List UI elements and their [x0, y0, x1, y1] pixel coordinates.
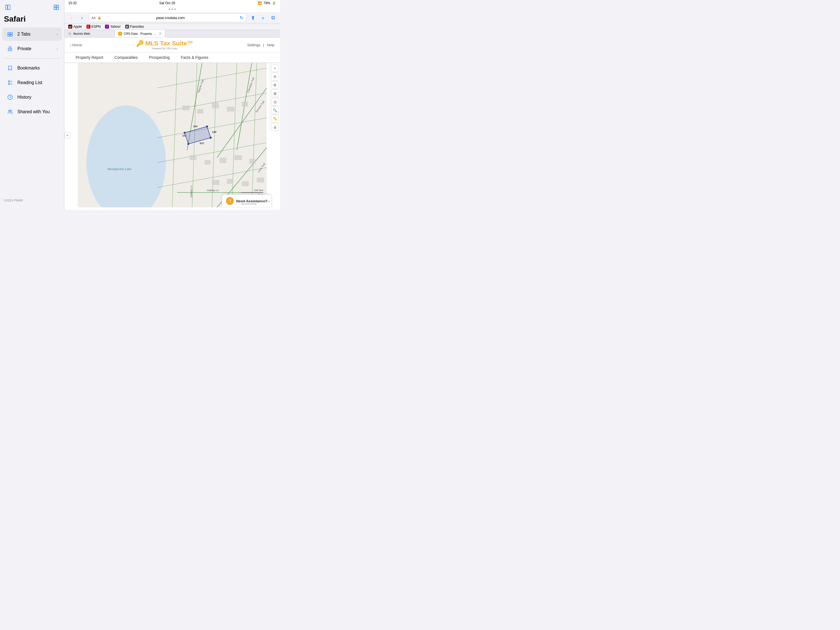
status-bar: 15:32 Sat Oct 26 📶 79% 🔋	[65, 0, 280, 6]
shared-icon	[6, 108, 14, 116]
nav-comparables[interactable]: Comparables	[109, 52, 144, 62]
target-button[interactable]: ◎	[271, 98, 279, 106]
map-tools: + N ⚙ ⊞ ◎ 🔍 📏 🖨	[270, 63, 280, 132]
mls-name: MLS Tax Suite™	[145, 40, 193, 47]
yahoo-favicon: Y	[105, 25, 109, 28]
font-size-label[interactable]: AA	[92, 16, 96, 20]
tab-flexmls-title: flexmls Web	[73, 32, 111, 35]
svg-rect-64	[242, 181, 249, 186]
search-button[interactable]: 🔍	[271, 106, 279, 114]
zoom-in-button[interactable]: +	[271, 64, 279, 72]
assistance-icon: ?	[226, 197, 234, 205]
svg-rect-1	[8, 5, 10, 10]
new-tab-button[interactable]	[52, 3, 61, 12]
private-icon	[6, 45, 14, 53]
sidebar-item-tabs[interactable]: 2 Tabs ›	[2, 27, 62, 41]
shared-label: Shared with You	[17, 109, 58, 114]
mls-logo-sub: Powered by CRS Data	[152, 47, 177, 50]
svg-text:Woodpecker Lake: Woodpecker Lake	[107, 167, 132, 171]
wifi-icon: 📶	[257, 1, 262, 5]
svg-text:Galway Ln: Galway Ln	[190, 186, 193, 198]
measure-button[interactable]: 📏	[271, 115, 279, 122]
apple-label: Apple	[73, 25, 82, 28]
sidebar-item-bookmarks[interactable]: Bookmarks	[2, 62, 62, 75]
help-link[interactable]: Help	[267, 43, 275, 47]
sidebar-item-history[interactable]: History	[2, 90, 62, 104]
favorites-label: Favorites	[130, 25, 144, 28]
nav-right-buttons: ⬆ ＋ ⧉	[249, 14, 277, 22]
tab-close-button[interactable]: ✕	[159, 32, 161, 36]
nav-facts-figures[interactable]: Facts & Figures	[175, 52, 214, 62]
favorites-favicon: ★	[125, 25, 129, 28]
mls-logo-text: 🔑 MLS Tax Suite™	[136, 40, 193, 47]
sidebar-item-private[interactable]: Private ›	[2, 42, 62, 55]
tabs-icon	[6, 30, 14, 38]
svg-rect-54	[212, 103, 219, 108]
mls-header: Home 🔑 MLS Tax Suite™ Powered by CRS Dat…	[65, 38, 280, 52]
bookmark-apple[interactable]: 🍎 Apple	[68, 25, 82, 28]
reload-button[interactable]: ↻	[240, 15, 243, 21]
share-button[interactable]: ⬆	[249, 14, 257, 22]
history-label: History	[17, 95, 58, 100]
svg-rect-8	[8, 35, 10, 36]
svg-rect-3	[57, 5, 58, 7]
layers-button[interactable]: ⊞	[271, 89, 279, 97]
bookmarks-bar: 🍎 Apple E ESPN Y Yahoo! ★ Favorites	[65, 24, 280, 30]
compass-button[interactable]: N	[271, 73, 279, 81]
add-tab-button[interactable]: ＋	[259, 14, 267, 22]
svg-point-18	[10, 110, 12, 112]
bookmark-espn[interactable]: E ESPN	[87, 25, 101, 28]
bookmark-yahoo[interactable]: Y Yahoo!	[105, 25, 120, 28]
home-link[interactable]: Home	[70, 43, 82, 47]
back-button[interactable]: ‹	[67, 14, 76, 22]
svg-point-51	[187, 143, 189, 145]
private-chevron-icon: ›	[57, 46, 58, 51]
nav-property-report[interactable]: Property Report	[70, 52, 109, 62]
reading-list-label: Reading List	[17, 80, 58, 85]
tab-flexmls[interactable]: ⊙ flexmls Web	[65, 30, 115, 37]
espn-favicon: E	[87, 25, 90, 28]
print-button[interactable]: 🖨	[271, 123, 279, 131]
svg-rect-56	[242, 102, 248, 107]
settings-button[interactable]: ⚙	[271, 81, 279, 89]
sidebar-toggle-button[interactable]	[3, 3, 12, 12]
new-tab-icon	[53, 4, 59, 10]
svg-rect-5	[57, 8, 58, 9]
svg-rect-55	[227, 106, 234, 112]
tab-crs[interactable]: 🔑 CRS Data - Property Map for 109 Apache…	[115, 30, 165, 37]
reading-list-icon	[6, 79, 14, 87]
svg-rect-62	[212, 180, 219, 185]
svg-text:148': 148'	[212, 131, 217, 133]
forward-button[interactable]: ›	[78, 14, 86, 22]
url-display[interactable]: pwar.crsdata.com	[103, 16, 238, 20]
battery-icon: 🔋	[272, 1, 276, 5]
sidebar-footer: ©2024 PWAR	[0, 196, 64, 204]
svg-rect-6	[8, 33, 9, 34]
svg-text:151': 151'	[182, 134, 187, 137]
nav-prospecting[interactable]: Prospecting	[144, 52, 175, 62]
svg-rect-60	[234, 155, 242, 160]
map-expand-button[interactable]: »	[65, 132, 70, 139]
crs-favicon: 🔑	[118, 32, 122, 36]
sidebar-item-reading-list[interactable]: Reading List	[2, 76, 62, 89]
svg-text:312': 312'	[200, 142, 204, 145]
address-bar[interactable]: AA 🔒 pwar.crsdata.com ↻	[88, 13, 246, 22]
bookmark-favorites[interactable]: ★ Favorites	[125, 25, 144, 28]
webpage: Home 🔑 MLS Tax Suite™ Powered by CRS Dat…	[65, 38, 280, 210]
status-right: 📶 79% 🔋	[257, 1, 276, 5]
sidebar-item-shared[interactable]: Shared with You	[2, 105, 62, 119]
svg-point-50	[210, 137, 212, 139]
tabs-chevron-icon: ›	[57, 32, 58, 36]
private-label: Private	[17, 46, 53, 51]
mls-nav: Property Report Comparables Prospecting …	[65, 52, 280, 63]
svg-point-13	[8, 83, 10, 85]
settings-link[interactable]: Settings	[247, 43, 261, 47]
svg-point-11	[10, 49, 11, 50]
map-copyright: Microsoft Corporation Terms OpenStreetMa…	[241, 200, 270, 205]
svg-rect-53	[197, 109, 203, 114]
three-dots-menu: • • •	[65, 6, 280, 12]
espn-label: ESPN	[92, 25, 101, 28]
tabs-overview-button[interactable]: ⧉	[269, 14, 277, 22]
nav-bar: ‹ › AA 🔒 pwar.crsdata.com ↻ ⬆ ＋ ⧉	[65, 12, 280, 24]
tab-crs-title: CRS Data - Property Map for 109 Apache T…	[124, 32, 157, 35]
